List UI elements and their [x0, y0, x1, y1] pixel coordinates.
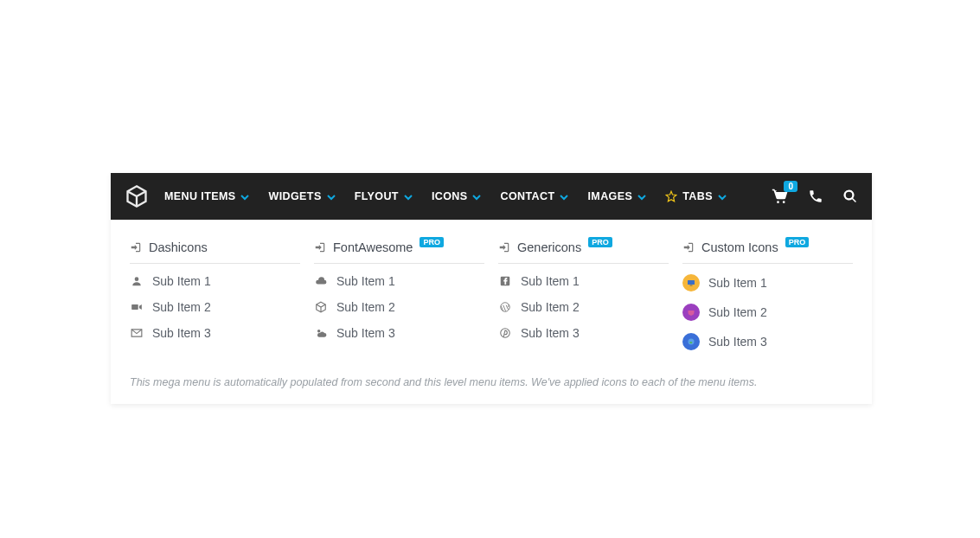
video-icon	[130, 300, 144, 314]
sub-list: Sub Item 1 Sub Item 2 Sub Item 3	[682, 274, 853, 350]
sub-label: Sub Item 1	[708, 276, 767, 290]
mail-icon	[130, 326, 144, 340]
wordpress-icon	[498, 300, 512, 314]
sub-label: Sub Item 2	[521, 300, 580, 314]
login-arrow-icon	[498, 241, 510, 253]
col-genericons: Genericons PRO Sub Item 1 Sub Ite	[498, 240, 669, 350]
col-header-custom[interactable]: Custom Icons PRO	[682, 240, 853, 264]
logo-icon	[125, 184, 149, 208]
svg-point-0	[777, 201, 779, 203]
sub-item-fa-1[interactable]: Sub Item 1	[314, 274, 484, 288]
navbar: MENU ITEMS WIDGETS FLYOUT ICONS	[111, 173, 872, 220]
col-header-genericons[interactable]: Genericons PRO	[498, 240, 669, 264]
sub-list: Sub Item 1 Sub Item 2 Sub Item 3	[498, 274, 669, 340]
pro-badge: PRO	[785, 237, 810, 247]
phone-icon[interactable]	[808, 189, 823, 204]
sub-label: Sub Item 2	[336, 300, 395, 314]
sub-label: Sub Item 1	[336, 274, 395, 288]
sub-item-fa-3[interactable]: Sub Item 3	[314, 326, 484, 340]
sub-item-fa-2[interactable]: Sub Item 2	[314, 300, 484, 314]
nav-items: MENU ITEMS WIDGETS FLYOUT ICONS	[164, 190, 727, 202]
nav-label: TABS	[682, 190, 713, 202]
sub-item-dashicons-1[interactable]: Sub Item 1	[130, 274, 300, 288]
computer-circle-icon	[682, 274, 700, 291]
cart-button[interactable]: 0	[772, 188, 789, 205]
svg-point-1	[783, 201, 785, 203]
sub-label: Sub Item 2	[708, 305, 767, 319]
chevron-down-icon	[404, 192, 413, 201]
globe-circle-icon	[682, 333, 700, 350]
chevron-down-icon	[637, 192, 646, 201]
menu-panel: MENU ITEMS WIDGETS FLYOUT ICONS	[111, 173, 872, 404]
nav-item-tabs[interactable]: TABS	[665, 190, 727, 202]
nav-item-contact[interactable]: CONTACT	[500, 190, 568, 202]
sub-item-dashicons-3[interactable]: Sub Item 3	[130, 326, 300, 340]
nav-label: WIDGETS	[268, 190, 321, 202]
nav-label: FLYOUT	[355, 190, 399, 202]
col-fontawesome: FontAwesome PRO Sub Item 1 Sub It	[314, 240, 484, 350]
chevron-down-icon	[560, 192, 568, 201]
svg-rect-9	[690, 285, 693, 286]
user-icon	[130, 274, 144, 288]
col-title: FontAwesome	[333, 240, 413, 254]
sub-item-custom-1[interactable]: Sub Item 1	[682, 274, 853, 291]
svg-rect-10	[691, 313, 692, 316]
chevron-down-icon	[472, 192, 481, 201]
login-arrow-icon	[314, 241, 326, 253]
pro-badge: PRO	[420, 237, 444, 247]
col-title: Genericons	[517, 240, 581, 254]
svg-rect-3	[131, 304, 138, 310]
col-dashicons: Dashicons Sub Item 1 Sub Item 2	[130, 240, 300, 350]
search-icon[interactable]	[842, 189, 858, 204]
col-header-dashicons[interactable]: Dashicons	[130, 240, 300, 264]
cube-icon	[314, 300, 328, 314]
pinterest-icon	[498, 326, 512, 340]
cloud-icon	[314, 274, 328, 288]
sub-label: Sub Item 1	[521, 274, 580, 288]
nav-label: CONTACT	[500, 190, 554, 202]
col-title: Dashicons	[149, 240, 208, 254]
mega-footnote: This mega menu is automatically populate…	[130, 376, 853, 388]
svg-point-7	[501, 329, 510, 338]
sub-label: Sub Item 1	[152, 274, 211, 288]
nav-item-widgets[interactable]: WIDGETS	[268, 190, 335, 202]
sub-list: Sub Item 1 Sub Item 2 Sub Item 3	[130, 274, 300, 340]
nav-item-flyout[interactable]: FLYOUT	[355, 190, 413, 202]
nav-item-icons[interactable]: ICONS	[432, 190, 482, 202]
nav-label: IMAGES	[587, 190, 632, 202]
sub-item-dashicons-2[interactable]: Sub Item 2	[130, 300, 300, 314]
sub-item-custom-2[interactable]: Sub Item 2	[682, 304, 853, 321]
pro-badge: PRO	[588, 237, 612, 247]
nav-right: 0	[772, 188, 858, 205]
nav-item-menu-items[interactable]: MENU ITEMS	[164, 190, 249, 202]
col-title: Custom Icons	[701, 240, 778, 254]
sub-label: Sub Item 3	[521, 326, 580, 340]
login-arrow-icon	[130, 241, 142, 253]
svg-point-4	[317, 330, 321, 333]
sub-item-gen-1[interactable]: Sub Item 1	[498, 274, 669, 288]
chevron-down-icon	[718, 192, 727, 201]
star-icon	[665, 190, 677, 202]
chevron-down-icon	[327, 192, 336, 201]
sub-item-gen-2[interactable]: Sub Item 2	[498, 300, 669, 314]
sub-item-gen-3[interactable]: Sub Item 3	[498, 326, 669, 340]
nav-label: ICONS	[432, 190, 468, 202]
chevron-down-icon	[240, 192, 249, 201]
sub-list: Sub Item 1 Sub Item 2 Sub Item 3	[314, 274, 484, 340]
sub-label: Sub Item 3	[708, 335, 767, 349]
nav-item-images[interactable]: IMAGES	[587, 190, 646, 202]
sub-label: Sub Item 2	[152, 300, 211, 314]
mega-panel: Dashicons Sub Item 1 Sub Item 2	[111, 220, 872, 404]
facebook-icon	[498, 274, 512, 288]
mega-columns: Dashicons Sub Item 1 Sub Item 2	[130, 240, 853, 350]
nav-label: MENU ITEMS	[164, 190, 235, 202]
login-arrow-icon	[682, 241, 695, 253]
sub-item-custom-3[interactable]: Sub Item 3	[682, 333, 853, 350]
cart-count-badge: 0	[784, 181, 797, 192]
col-header-fontawesome[interactable]: FontAwesome PRO	[314, 240, 484, 264]
col-custom: Custom Icons PRO Sub Item 1 Sub I	[682, 240, 853, 350]
cloud-sun-icon	[314, 326, 328, 340]
svg-point-2	[135, 277, 139, 281]
paint-circle-icon	[682, 304, 700, 321]
sub-label: Sub Item 3	[336, 326, 395, 340]
